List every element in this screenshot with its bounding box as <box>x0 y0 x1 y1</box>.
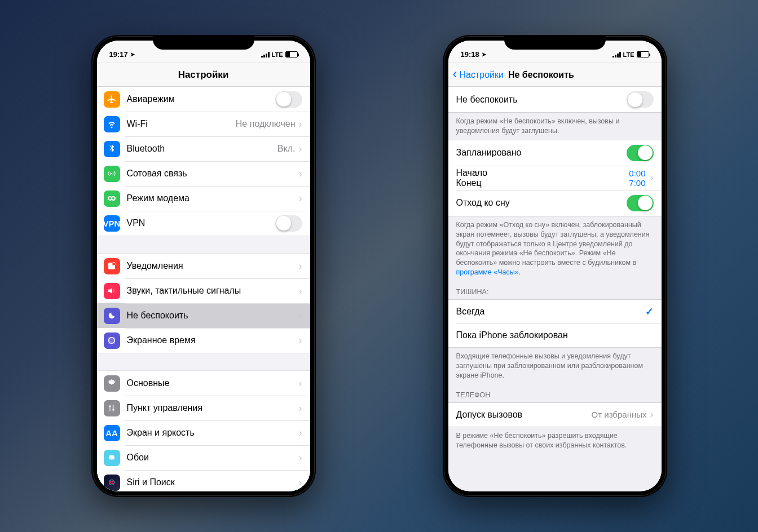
row-label: Обои <box>127 453 299 463</box>
location-icon: ➤ <box>130 51 135 57</box>
chevron-right-icon: › <box>299 378 302 389</box>
row-label: Уведомления <box>127 261 299 271</box>
chevron-right-icon: › <box>299 452 302 464</box>
end-time-value: 7:00 <box>629 178 645 188</box>
row-label: Экранное время <box>127 335 299 345</box>
wallpaper-icon <box>104 450 120 466</box>
row-wallpaper[interactable]: Обои › <box>97 445 310 470</box>
group-divider <box>97 353 310 371</box>
phone-left: 19:17 ➤ LTE Настройки Авиарежим <box>91 35 316 497</box>
chevron-right-icon: › <box>299 310 302 322</box>
chevron-right-icon: › <box>299 427 302 439</box>
row-display[interactable]: AA Экран и яркость › <box>97 420 310 445</box>
row-label: Авиарежим <box>127 94 275 104</box>
header-phone: ТЕЛЕФОН <box>448 384 662 402</box>
footer-dnd: Когда режим «Не беспокоить» включен, выз… <box>448 113 662 140</box>
battery-icon <box>285 51 298 57</box>
footer-silence: Входящие телефонные вызовы и уведомления… <box>448 348 662 384</box>
screen-dnd: 19:18 ➤ LTE ‹ Настройки Не беспокоить Не… <box>448 41 662 491</box>
chevron-right-icon: › <box>299 143 302 155</box>
row-airplane[interactable]: Авиарежим <box>97 87 310 112</box>
end-label: Конец <box>456 178 629 188</box>
checkmark-icon: ✓ <box>645 305 654 318</box>
vpn-icon: VPN <box>104 215 120 232</box>
network-label: LTE <box>272 51 283 58</box>
row-bluetooth[interactable]: Bluetooth Вкл. › <box>97 136 310 161</box>
siri-icon <box>104 475 120 491</box>
row-label: Bluetooth <box>127 144 277 154</box>
notch <box>153 35 254 50</box>
svg-point-1 <box>112 197 115 200</box>
chevron-right-icon: › <box>299 168 302 180</box>
row-silence-always[interactable]: Всегда ✓ <box>448 300 662 323</box>
row-value: От избранных <box>592 410 647 419</box>
chevron-right-icon: › <box>299 285 302 297</box>
screen-settings: 19:17 ➤ LTE Настройки Авиарежим <box>97 41 310 491</box>
row-silence-locked[interactable]: Пока iPhone заблокирован <box>448 323 662 347</box>
dnd-content: Не беспокоить Когда режим «Не беспокоить… <box>448 87 662 490</box>
back-button[interactable]: Настройки <box>460 70 504 80</box>
footer-allow: В режиме «Не беспокоить» разрешить входя… <box>448 427 662 454</box>
back-chevron-icon[interactable]: ‹ <box>453 67 457 81</box>
row-label: VPN <box>127 218 275 228</box>
start-time-value: 0:00 <box>629 169 645 178</box>
row-dnd-master[interactable]: Не беспокоить <box>448 87 662 112</box>
display-icon: AA <box>104 425 120 441</box>
row-sounds[interactable]: Звуки, тактильные сигналы › <box>97 278 310 303</box>
dnd-icon <box>104 308 120 324</box>
row-cellular[interactable]: Сотовая связь › <box>97 161 310 186</box>
hotspot-icon <box>104 190 120 207</box>
row-hotspot[interactable]: Режим модема › <box>97 186 310 211</box>
bluetooth-icon <box>104 141 120 157</box>
chevron-right-icon: › <box>299 260 302 272</box>
row-label: Запланировано <box>456 148 627 158</box>
sounds-icon <box>104 283 120 299</box>
page-title: Настройки <box>97 63 310 87</box>
row-notifications[interactable]: Уведомления › <box>97 254 310 278</box>
row-label: Основные <box>127 378 299 388</box>
row-value: Не подключен <box>236 119 296 129</box>
status-time: 19:18 <box>461 50 479 59</box>
clock-app-link[interactable]: программе «Часы». <box>456 268 521 276</box>
signal-icon <box>261 52 270 57</box>
row-screentime[interactable]: Экранное время › <box>97 328 310 353</box>
notifications-icon <box>104 258 120 274</box>
row-label: Пока iPhone заблокирован <box>456 330 654 340</box>
start-label: Начало <box>456 168 629 178</box>
chevron-right-icon: › <box>299 477 302 489</box>
wifi-icon <box>104 116 120 132</box>
row-control-center[interactable]: Пункт управления › <box>97 396 310 420</box>
row-schedule-time[interactable]: Начало Конец 0:00 7:00 › <box>448 166 662 190</box>
row-label: Siri и Поиск <box>127 477 299 487</box>
row-label: Допуск вызовов <box>456 410 592 420</box>
row-allow-calls[interactable]: Допуск вызовов От избранных › <box>448 403 662 427</box>
row-siri[interactable]: Siri и Поиск › <box>97 470 310 491</box>
row-vpn[interactable]: VPN VPN <box>97 211 310 236</box>
chevron-right-icon: › <box>299 193 302 205</box>
general-icon <box>104 375 120 392</box>
row-bedtime[interactable]: Отход ко сну <box>448 190 662 216</box>
row-general[interactable]: Основные › <box>97 371 310 396</box>
toggle-scheduled[interactable] <box>627 145 654 161</box>
row-label: Wi-Fi <box>127 119 236 129</box>
chevron-right-icon: › <box>650 172 654 184</box>
toggle-vpn[interactable] <box>275 215 302 232</box>
page-title: Не беспокоить <box>508 70 574 80</box>
row-scheduled[interactable]: Запланировано <box>448 140 662 166</box>
row-label: Всегда <box>456 307 645 317</box>
toggle-dnd[interactable] <box>627 91 654 108</box>
row-label: Не беспокоить <box>127 311 299 321</box>
svg-rect-6 <box>109 405 111 411</box>
row-label: Режим модема <box>127 193 299 203</box>
svg-point-10 <box>109 480 114 485</box>
chevron-right-icon: › <box>299 402 302 414</box>
row-label: Экран и яркость <box>127 428 299 438</box>
signal-icon <box>612 52 621 57</box>
chevron-right-icon: › <box>299 118 302 130</box>
toggle-bedtime[interactable] <box>627 195 654 211</box>
screentime-icon <box>104 333 120 349</box>
toggle-airplane[interactable] <box>275 91 302 108</box>
row-dnd[interactable]: Не беспокоить › <box>97 303 310 328</box>
row-wifi[interactable]: Wi-Fi Не подключен › <box>97 112 310 136</box>
settings-list: Авиарежим Wi-Fi Не подключен › Bluetooth… <box>97 87 310 491</box>
